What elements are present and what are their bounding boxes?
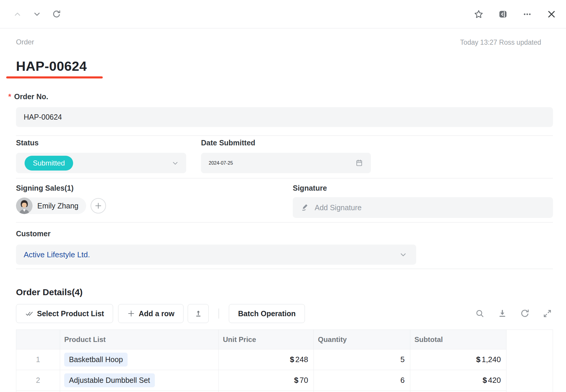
order-details-toolbar: Select Product List Add a row Batch Oper… [16,304,305,323]
order-no-value: HAP-00624 [24,113,62,121]
table-body: 1 Basketball Hoop $248 5 $1,240 2 Adjust… [16,349,506,391]
row-index: 2 [16,370,60,391]
chevron-down-icon [33,10,41,18]
signing-sales-label: Signing Sales(1) [16,184,73,192]
more-actions-button[interactable] [522,9,533,20]
customer-link[interactable]: Active Lifestyle Ltd. [24,250,90,259]
add-row-button[interactable]: Add a row [118,304,184,323]
table-row: 1 Basketball Hoop $248 5 $1,240 [16,349,506,370]
last-updated-text: Today 13:27 Ross updated [460,38,541,46]
quantity-cell[interactable]: 5 [314,349,410,370]
date-submitted-field[interactable]: 2024-07-25 [201,153,371,173]
select-product-list-button[interactable]: Select Product List [16,304,113,323]
import-button[interactable] [188,304,209,323]
chevron-up-icon [14,10,21,18]
close-button[interactable] [546,9,557,20]
avatar [16,197,33,214]
col-header-unit-price: Unit Price [219,330,314,349]
close-icon [547,10,556,19]
favorite-button[interactable] [473,9,484,20]
date-submitted-label: Date Submitted [201,139,255,147]
order-no-label: *Order No. [8,92,48,101]
table-row-partial [16,391,506,392]
section-divider [16,222,553,223]
quantity-cell[interactable]: 6 [314,370,410,391]
record-title: HAP-00624 [16,59,87,74]
col-header-subtotal: Subtotal [410,330,506,349]
order-details-title: Order Details(4) [16,287,83,297]
subtotal-cell[interactable]: $1,240 [410,349,506,370]
section-divider [16,178,553,179]
record-detail-window: Order Today 13:27 Ross updated HAP-00624… [0,0,566,392]
batch-operation-button[interactable]: Batch Operation [229,304,305,323]
date-submitted-value: 2024-07-25 [209,160,233,166]
signature-placeholder: Add Signature [315,203,361,212]
required-asterisk: * [8,92,11,101]
order-details-table: Product List Unit Price Quantity Subtota… [16,330,553,392]
window-toolbar [0,0,566,28]
product-cell[interactable]: Adjustable Dumbbell Set [60,370,219,391]
subtotal-cell[interactable]: $420 [410,370,506,391]
col-header-product: Product List [60,330,219,349]
upload-icon [194,310,202,317]
more-icon [523,10,532,19]
table-empty-column [506,330,553,392]
currency-symbol: $ [476,355,480,364]
double-check-icon [25,309,33,318]
expand-icon [543,309,552,318]
currency-symbol: $ [483,376,487,385]
status-label: Status [16,139,38,147]
download-icon [498,309,507,318]
search-button[interactable] [474,308,485,319]
row-index: 1 [16,349,60,370]
star-icon [474,9,483,19]
toolbar-separator [218,309,219,319]
unit-price-cell[interactable]: $248 [219,349,314,370]
plus-icon [127,310,135,317]
signature-field[interactable]: Add Signature [293,197,553,218]
col-header-quantity: Quantity [314,330,410,349]
download-button[interactable] [497,308,508,319]
signature-pen-icon [301,203,310,212]
collapse-panel-button[interactable] [497,9,509,20]
customer-select[interactable]: Active Lifestyle Ltd. [16,245,416,265]
refresh-table-button[interactable] [519,308,530,319]
select-chevron-icon [171,159,179,167]
refresh-icon [52,10,61,19]
add-person-button[interactable] [91,198,106,213]
select-chevron-icon [399,250,407,259]
unit-price-cell[interactable]: $70 [219,370,314,391]
table-header-row: Product List Unit Price Quantity Subtota… [16,330,506,349]
section-divider [16,269,553,269]
col-header-index [16,330,60,349]
table-main: Product List Unit Price Quantity Subtota… [16,330,506,392]
currency-symbol: $ [294,376,298,385]
prev-record-button[interactable] [12,9,23,20]
next-record-button[interactable] [31,9,43,20]
product-cell[interactable]: Basketball Hoop [60,349,219,370]
signature-label: Signature [293,184,327,192]
status-badge: Submitted [25,156,73,171]
refresh-icon [520,309,530,318]
section-divider [16,135,553,136]
order-no-input[interactable]: HAP-00624 [16,107,553,127]
customer-label: Customer [16,229,51,238]
product-chip[interactable]: Basketball Hoop [64,353,128,367]
refresh-record-button[interactable] [51,9,62,20]
person-name: Emily Zhang [37,202,78,210]
table-actions [474,308,553,319]
toolbar-left-group [12,9,62,20]
product-chip[interactable]: Adjustable Dumbbell Set [64,373,155,387]
expand-table-button[interactable] [542,308,553,319]
record-type-label: Order [16,38,34,46]
search-icon [475,309,485,318]
calendar-icon [355,159,363,167]
collapse-sidebar-icon [498,9,508,19]
toolbar-right-group [473,9,557,20]
currency-symbol: $ [290,355,294,364]
signing-sales-person-chip[interactable]: Emily Zhang [16,197,86,214]
title-accent-underline [6,76,103,78]
table-row: 2 Adjustable Dumbbell Set $70 6 $420 [16,370,506,391]
status-select[interactable]: Submitted [16,153,186,173]
plus-icon [94,202,102,210]
